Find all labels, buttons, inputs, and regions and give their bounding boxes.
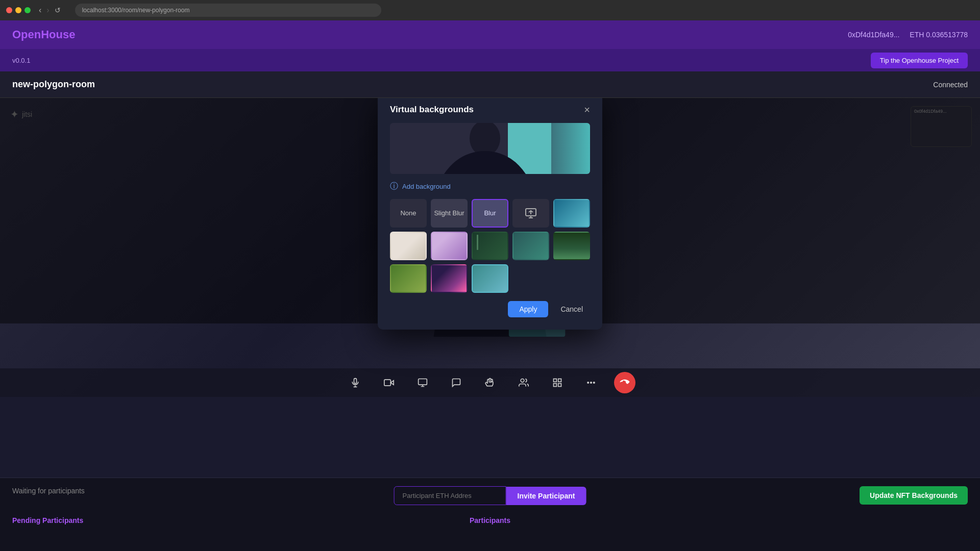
bg-none[interactable]: None [390, 199, 427, 228]
eth-address-input[interactable] [394, 486, 506, 505]
main-video-area: ✦ jitsi New Polygon Room 00:09 HD 0x0f4d… [0, 98, 980, 397]
modal-footer: Apply Cancel [390, 301, 590, 317]
add-bg-label[interactable]: Add background [402, 183, 451, 190]
bg-purple-sky[interactable] [431, 264, 468, 293]
reload-icon[interactable]: ↺ [55, 6, 61, 14]
add-bg-icon: ⓘ [390, 181, 398, 192]
invite-row: Invite Participant [394, 486, 586, 505]
svg-rect-4 [384, 380, 391, 386]
raise-hand-button[interactable] [479, 372, 501, 393]
tip-button[interactable]: Tip the Openhouse Project [871, 53, 968, 68]
svg-rect-9 [554, 384, 557, 387]
url-bar[interactable]: localhost:3000/room/new-polygon-room [82, 7, 190, 14]
screen-share-button[interactable] [412, 372, 433, 393]
chat-button[interactable] [446, 372, 467, 393]
backgrounds-grid: None Slight Blur Blur [390, 199, 590, 293]
bg-blur[interactable]: Blur [472, 199, 508, 228]
room-name: new-polygon-room [12, 79, 95, 90]
bg-forest-dark[interactable] [472, 232, 508, 260]
bg-screen-share[interactable] [512, 199, 549, 228]
participants-section-label: Participants [470, 516, 510, 524]
update-nft-button[interactable]: Update NFT Backgrounds [860, 486, 968, 505]
more-options-button[interactable] [580, 372, 602, 393]
bg-purple-room[interactable] [431, 232, 468, 260]
bg-ocean[interactable] [553, 199, 590, 228]
screen-share-icon [525, 207, 537, 219]
add-background-row[interactable]: ⓘ Add background [390, 181, 590, 192]
bottom-bar: Waiting for participants Invite Particip… [0, 478, 980, 551]
modal-title: Virtual backgrounds [390, 105, 474, 115]
waiting-text: Waiting for participants [12, 487, 85, 495]
connected-status: Connected [933, 81, 968, 89]
mic-button[interactable] [345, 372, 366, 393]
pending-participants-label: Pending Participants [12, 516, 83, 524]
controls-bar [0, 368, 980, 397]
grid-view-button[interactable] [547, 372, 568, 393]
version-label: v0.0.1 [12, 57, 30, 64]
modal-overlay: Virtual backgrounds × ⓘ Add b [0, 98, 980, 323]
wallet-info: 0xDf4d1Dfa49... ETH 0.036513778 [848, 31, 968, 39]
preview-person [429, 123, 551, 174]
svg-point-6 [521, 379, 524, 383]
app-title: OpenHouse [12, 28, 75, 41]
svg-marker-3 [390, 381, 394, 385]
bg-mountains-teal[interactable] [512, 232, 549, 260]
svg-rect-8 [558, 379, 561, 382]
modal-video-preview [390, 123, 590, 174]
participants-button[interactable] [513, 372, 534, 393]
virtual-backgrounds-modal: Virtual backgrounds × ⓘ Add b [378, 98, 602, 330]
room-header: new-polygon-room Connected [0, 71, 980, 98]
svg-rect-2 [354, 379, 357, 384]
hangup-button[interactable] [614, 372, 635, 393]
modal-header: Virtual backgrounds × [390, 105, 590, 115]
apply-button[interactable]: Apply [508, 301, 548, 317]
eth-balance: ETH 0.036513778 [910, 31, 968, 39]
modal-close-button[interactable]: × [584, 105, 590, 115]
invite-participant-button[interactable]: Invite Participant [506, 487, 586, 505]
wallet-address[interactable]: 0xDf4d1Dfa49... [848, 31, 899, 39]
bg-living-room[interactable] [390, 232, 427, 260]
bg-slight-blur[interactable]: Slight Blur [431, 199, 468, 228]
bg-mountain-forest[interactable] [553, 232, 590, 260]
camera-button[interactable] [378, 372, 400, 393]
svg-point-12 [591, 382, 592, 384]
forward-icon[interactable]: › [46, 6, 49, 15]
top-nav: OpenHouse 0xDf4d1Dfa49... ETH 0.03651377… [0, 20, 980, 49]
sub-nav: v0.0.1 Tip the Openhouse Project [0, 49, 980, 71]
svg-rect-7 [554, 379, 557, 382]
back-icon[interactable]: ‹ [39, 6, 41, 15]
svg-point-11 [587, 382, 589, 384]
svg-rect-5 [419, 379, 427, 385]
svg-point-13 [594, 382, 595, 384]
cancel-button[interactable]: Cancel [553, 301, 590, 317]
bg-teal-mist[interactable] [472, 264, 508, 293]
svg-rect-10 [558, 384, 561, 387]
bg-field[interactable] [390, 264, 427, 293]
